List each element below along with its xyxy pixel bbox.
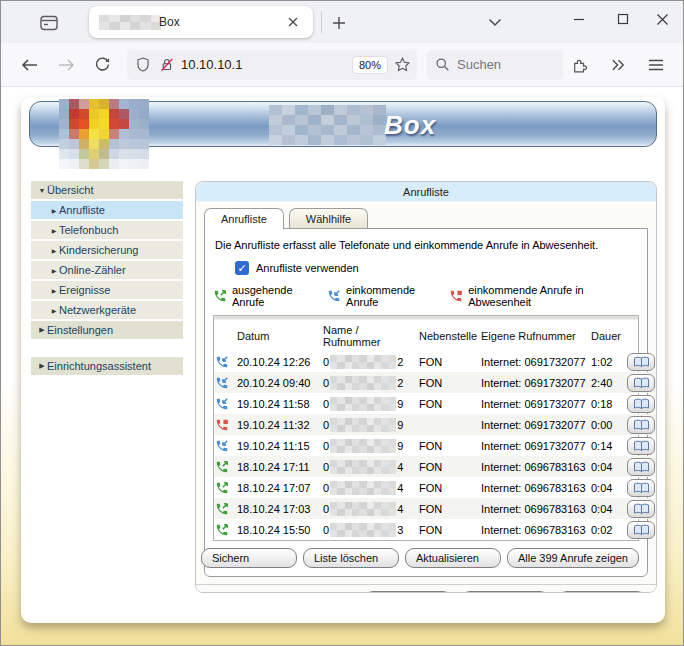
call-type-cell <box>214 519 236 540</box>
sidebar-item-kindersicherung[interactable]: ▶Kindersicherung <box>31 241 183 259</box>
overflow-menu-button[interactable] <box>603 50 633 80</box>
bookmark-star-button[interactable] <box>394 56 411 73</box>
call-row: 18.10.24 17:1104FONInternet: 06967831630… <box>214 456 657 477</box>
call-type-cell <box>214 498 236 519</box>
eigene-rufnummer-cell: Internet: 0691732077 <box>480 372 590 393</box>
tab-w-hlhilfe[interactable]: Wählhilfe <box>289 208 368 228</box>
add-to-phonebook-button[interactable] <box>627 353 655 371</box>
name-end: 4 <box>397 461 403 473</box>
table-header-row: DatumName / RufnummerNebenstelleEigene R… <box>214 320 657 351</box>
clear-list-button[interactable]: Liste löschen <box>303 548 399 568</box>
name-start: 0 <box>323 377 329 389</box>
call-row: 18.10.24 15:5003FONInternet: 06967831630… <box>214 519 657 540</box>
sidebar-item-netzwerkger-te[interactable]: ▶Netzwerkgeräte <box>31 301 183 319</box>
incoming-call-icon <box>327 289 341 303</box>
back-arrow-icon <box>21 58 39 72</box>
extensions-button[interactable] <box>565 50 595 80</box>
minimize-icon <box>573 13 585 25</box>
reload-icon <box>94 56 111 73</box>
triangle-down-icon: ▼ <box>37 187 47 194</box>
call-type-cell <box>214 393 236 414</box>
name-cell: 02 <box>322 351 418 372</box>
name-cell: 03 <box>322 519 418 540</box>
browser-tab[interactable]: Box <box>89 6 313 38</box>
tab-list-button[interactable] <box>483 12 507 32</box>
name-start: 0 <box>323 440 329 452</box>
window-close-button[interactable] <box>641 1 683 37</box>
navigation-bar: 10.10.10.1 80% Suchen <box>1 43 683 87</box>
show-all-calls-button[interactable]: Alle 399 Anrufe zeigen <box>507 548 639 568</box>
call-row: 19.10.24 11:3209Internet: 06917320770:00 <box>214 414 657 435</box>
url-text: 10.10.10.1 <box>181 57 352 72</box>
add-to-phonebook-button[interactable] <box>627 500 655 518</box>
shield-button[interactable] <box>135 56 151 73</box>
refresh-button[interactable]: Aktualisieren <box>405 548 501 568</box>
tab-separator <box>321 11 322 33</box>
datum-cell: 18.10.24 15:50 <box>236 519 322 540</box>
zoom-level-badge[interactable]: 80% <box>352 56 388 74</box>
checkbox-label: Anrufliste verwenden <box>256 262 359 274</box>
legend-label-incoming: einkommende Anrufe <box>346 284 444 308</box>
add-to-phonebook-button[interactable] <box>627 521 655 539</box>
name-start: 0 <box>323 461 329 473</box>
use-call-list-checkbox[interactable]: ✓ <box>235 261 249 275</box>
brand-title: Box <box>384 110 436 141</box>
datum-cell: 19.10.24 11:15 <box>236 435 322 456</box>
book-cell <box>626 372 657 393</box>
tab-strip: Box <box>1 1 683 43</box>
missed-call-icon <box>449 289 463 303</box>
app-menu-button[interactable] <box>641 50 671 80</box>
help-button[interactable]: Hilfe <box>558 591 646 593</box>
maximize-button[interactable] <box>601 1 645 37</box>
name-end: 9 <box>397 440 403 452</box>
triangle-right-icon: ▶ <box>37 326 47 334</box>
insecure-lock-button[interactable] <box>158 56 175 73</box>
sidebar-item-anrufliste[interactable]: ▶Anrufliste <box>31 201 183 219</box>
sidebar-item-online-z-hler[interactable]: ▶Online-Zähler <box>31 261 183 279</box>
main-panel: Anrufliste AnruflisteWählhilfe Die Anruf… <box>195 181 657 593</box>
firefox-view-button[interactable] <box>35 12 63 34</box>
sidebar-item-label: Übersicht <box>47 184 93 196</box>
firefox-view-icon <box>40 15 58 31</box>
datum-cell: 18.10.24 17:11 <box>236 456 322 477</box>
column-header: Eigene Rufnummer <box>480 320 590 351</box>
add-to-phonebook-button[interactable] <box>627 416 655 434</box>
header-spacer <box>214 320 236 351</box>
minimize-button[interactable] <box>557 1 601 37</box>
save-button[interactable]: Sichern <box>201 548 297 568</box>
add-to-phonebook-button[interactable] <box>627 458 655 476</box>
add-to-phonebook-button[interactable] <box>627 479 655 497</box>
cancel-button[interactable]: Abbrechen <box>461 591 549 593</box>
name-cell: 02 <box>322 372 418 393</box>
add-to-phonebook-button[interactable] <box>627 374 655 392</box>
incoming-call-icon <box>215 439 229 453</box>
column-header: Dauer <box>590 320 626 351</box>
new-tab-button[interactable] <box>327 11 351 35</box>
url-bar[interactable]: 10.10.10.1 80% <box>127 50 417 80</box>
nebenstelle-cell: FON <box>418 498 480 519</box>
search-bar[interactable]: Suchen <box>427 50 563 80</box>
name-cell: 04 <box>322 498 418 519</box>
sidebar-gap <box>31 341 183 357</box>
phonebook-icon <box>633 461 650 473</box>
sidebar-item-einstellungen[interactable]: ▶Einstellungen <box>31 321 183 339</box>
sidebar-item-einrichtungsassistent[interactable]: ▶Einrichtungsassistent <box>31 357 183 375</box>
column-header: Nebenstelle <box>418 320 480 351</box>
call-type-cell <box>214 372 236 393</box>
tab-close-button[interactable] <box>283 12 303 32</box>
add-to-phonebook-button[interactable] <box>627 437 655 455</box>
apply-button[interactable]: Übernehmen <box>364 591 452 593</box>
outgoing-call-icon <box>213 289 227 303</box>
sidebar-item-label: Einrichtungsassistent <box>47 360 151 372</box>
sidebar-item--bersicht[interactable]: ▼Übersicht <box>31 181 183 199</box>
sidebar-item-ereignisse[interactable]: ▶Ereignisse <box>31 281 183 299</box>
back-button[interactable] <box>15 50 45 80</box>
forward-button[interactable] <box>51 50 81 80</box>
reload-button[interactable] <box>87 50 117 80</box>
name-end: 9 <box>397 398 403 410</box>
tab-anrufliste[interactable]: Anrufliste <box>204 208 284 229</box>
plus-icon <box>332 16 346 30</box>
add-to-phonebook-button[interactable] <box>627 395 655 413</box>
sidebar-item-telefonbuch[interactable]: ▶Telefonbuch <box>31 221 183 239</box>
phonebook-icon <box>633 356 650 368</box>
